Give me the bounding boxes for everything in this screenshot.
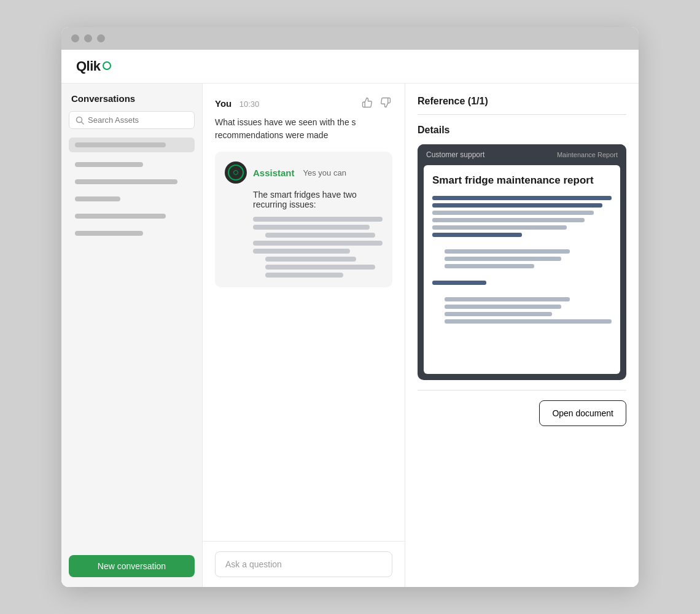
thumbdown-button[interactable] [379,96,392,111]
chat-input-box[interactable]: Ask a question [215,551,392,577]
doc-line-4 [432,218,585,222]
chat-input-placeholder: Ask a question [225,559,282,569]
doc-line-10 [432,281,486,285]
assistant-name: Assistant [253,168,295,178]
doc-card-type: Maintenance Report [557,151,618,158]
browser-titlebar [61,27,639,50]
sidebar-item-2[interactable] [69,174,195,189]
text-line-8 [265,273,343,278]
qlik-logo: Qlik [76,58,111,74]
browser-dot-yellow [84,34,92,42]
chat-messages: You 10:30 [203,84,405,541]
doc-title: Smart fridge maintenance report [432,174,612,187]
sidebar-bar-2 [75,162,143,167]
doc-card-body: Smart fridge maintenance report [424,165,620,374]
browser-dot-red [71,34,79,42]
text-line-7 [265,265,375,270]
user-time: 10:30 [239,99,260,109]
user-message: You 10:30 [215,96,392,142]
assistant-avatar [225,161,247,184]
document-card[interactable]: Customer support Maintenance Report Smar… [418,144,626,380]
doc-line-9 [445,264,534,268]
open-document-button[interactable]: Open document [539,400,626,426]
thumbup-button[interactable] [360,96,374,111]
browser-window: Qlik Conversations [61,27,639,587]
text-line-2 [253,225,370,230]
user-sender: You [215,98,231,109]
browser-dot-green [97,34,105,42]
assistant-text-lines [253,217,383,278]
sidebar-items [69,138,195,555]
logo-text: Qlik [76,58,101,74]
doc-card-header: Customer support Maintenance Report [418,144,626,165]
doc-line-5 [432,225,567,230]
sidebar-bar-4 [75,196,120,201]
doc-line-3 [432,211,594,215]
search-input[interactable] [88,115,188,125]
chat-area: You 10:30 [203,84,405,587]
doc-card-tag: Customer support [426,150,484,159]
doc-line-7 [445,249,570,254]
doc-line-13 [445,312,552,316]
text-line-1 [253,217,383,222]
assistant-message: Assistant Yes you can The smart fridges … [215,152,392,287]
doc-spacer-1 [432,240,612,246]
doc-line-2 [432,203,602,208]
chat-input-area: Ask a question [203,541,405,587]
doc-spacer-3 [432,288,612,294]
assistant-main-text: The smart fridges have two recurring iss… [253,190,383,209]
doc-line-1 [432,196,612,200]
sidebar-item-5[interactable] [69,226,195,241]
sidebar: Conversations [61,84,203,587]
user-message-meta: You 10:30 [215,98,259,109]
text-line-6 [265,257,356,262]
app-body: Conversations [61,84,639,587]
doc-line-11 [445,297,570,301]
text-line-4 [253,241,383,246]
sidebar-item-1[interactable] [69,157,195,172]
sidebar-item-4[interactable] [69,209,195,223]
open-document-container: Open document [418,400,626,426]
doc-line-14 [445,319,612,324]
assistant-header: Assistant Yes you can [225,161,383,184]
thumbdown-icon [380,97,391,108]
message-actions [360,96,392,111]
assistant-avatar-inner [228,165,244,181]
sidebar-bar-5 [75,214,166,219]
doc-text-lines [432,196,612,324]
reference-title: Reference (1/1) [418,96,626,107]
sidebar-bar-1 [75,142,166,147]
doc-spacer-2 [432,271,612,278]
assistant-avatar-dot [233,170,238,175]
text-line-3 [265,233,375,238]
browser-content: Qlik Conversations [61,50,639,587]
text-line-5 [253,249,350,254]
search-icon [76,116,84,125]
svg-line-1 [82,122,84,124]
doc-line-6 [432,233,522,237]
assistant-body: The smart fridges have two recurring iss… [225,190,383,278]
doc-line-8 [445,257,561,261]
app-header: Qlik [61,50,639,84]
sidebar-bar-3 [75,179,177,184]
sidebar-item-active[interactable] [69,138,195,152]
user-message-header: You 10:30 [215,96,392,111]
panel-divider [418,390,626,391]
reference-divider [418,114,626,115]
user-message-text: What issues have we seen with the s reco… [215,116,392,142]
new-conversation-button[interactable]: New conversation [69,555,195,577]
thumbup-icon [362,97,373,108]
reference-panel: Reference (1/1) Details Customer support… [405,84,639,587]
sidebar-bar-6 [75,231,143,236]
sidebar-title: Conversations [69,93,195,104]
sidebar-item-3[interactable] [69,192,195,206]
logo-circle [103,61,111,70]
details-title: Details [418,125,626,136]
doc-line-12 [445,305,561,309]
search-box[interactable] [69,111,195,129]
assistant-status: Yes you can [303,168,346,177]
